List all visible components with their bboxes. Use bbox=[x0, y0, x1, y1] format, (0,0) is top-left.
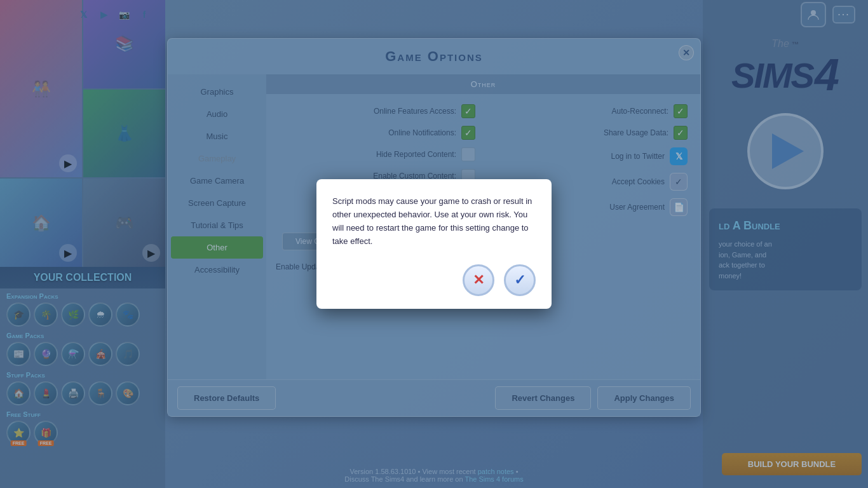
modal-text: Script mods may cause your game to crash… bbox=[332, 195, 536, 248]
modal-buttons: ✕ ✓ bbox=[332, 264, 536, 296]
modal-backdrop: Script mods may cause your game to crash… bbox=[0, 0, 868, 488]
confirm-icon: ✓ bbox=[514, 272, 526, 288]
cancel-icon: ✕ bbox=[473, 272, 484, 288]
modal-cancel-button[interactable]: ✕ bbox=[463, 264, 494, 296]
modal-dialog: Script mods may cause your game to crash… bbox=[316, 179, 552, 308]
modal-confirm-button[interactable]: ✓ bbox=[504, 264, 536, 296]
